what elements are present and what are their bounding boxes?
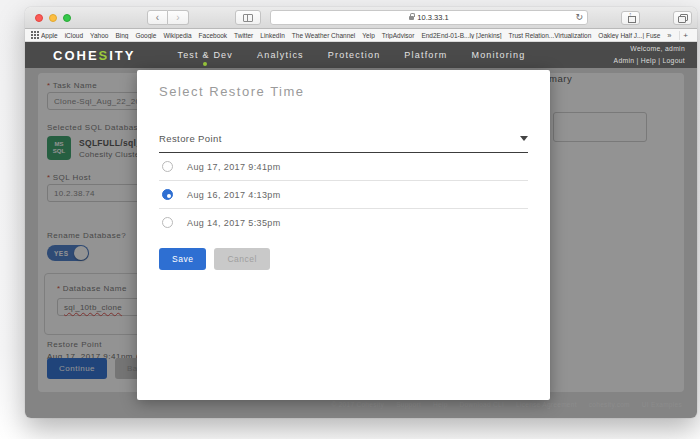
- share-button[interactable]: [621, 11, 640, 25]
- restore-option-label: Aug 17, 2017 9:41pm: [187, 162, 281, 172]
- nav-monitoring[interactable]: Monitoring: [459, 42, 537, 68]
- bookmarks-grid-icon[interactable]: [31, 31, 39, 39]
- modal-title: Select Restore Time: [159, 84, 528, 99]
- save-button[interactable]: Save: [159, 248, 206, 270]
- restore-option-row[interactable]: Aug 17, 2017 9:41pm: [159, 153, 528, 181]
- restore-option-label: Aug 14, 2017 5:35pm: [187, 218, 281, 228]
- restore-option-row-selected[interactable]: Aug 16, 2017 4:13pm: [159, 181, 528, 209]
- restore-option-label: Aug 16, 2017 4:13pm: [187, 190, 281, 200]
- active-nav-dot: [203, 62, 207, 66]
- logo-text: COHE: [53, 48, 99, 63]
- bookmark-item[interactable]: The Weather Channel: [292, 32, 355, 39]
- nav-label: Monitoring: [471, 50, 525, 60]
- welcome-text: Welcome, admin: [614, 43, 685, 55]
- nav-label: Test & Dev: [177, 50, 233, 60]
- bookmark-item[interactable]: Facebook: [199, 32, 228, 39]
- minimize-window-button[interactable]: [49, 14, 57, 22]
- bookmark-item[interactable]: End2End-01-B...ly [Jenkins]: [421, 32, 501, 39]
- user-box: Welcome, admin Admin | Help | Logout: [614, 43, 685, 66]
- new-tab-button[interactable]: +: [679, 31, 691, 40]
- zoom-window-button[interactable]: [63, 14, 71, 22]
- nav-label: Platform: [404, 50, 447, 60]
- restore-point-select-label: Restore Point: [159, 133, 222, 144]
- page-body: *Task Name Selected SQL Database MSSQL S…: [25, 68, 697, 418]
- restore-point-select[interactable]: Restore Point: [159, 133, 528, 153]
- radio-icon-selected[interactable]: [162, 189, 173, 200]
- logo-accent: S: [99, 48, 110, 63]
- bookmark-item[interactable]: Google: [135, 32, 156, 39]
- bookmarks-bar: Apple iCloud Yahoo Bing Google Wikipedia…: [25, 29, 697, 42]
- bookmark-item[interactable]: Wikipedia: [163, 32, 191, 39]
- bookmark-item[interactable]: Apple: [41, 32, 58, 39]
- cancel-button-modal[interactable]: Cancel: [214, 248, 269, 270]
- bookmark-item[interactable]: LinkedIn: [260, 32, 285, 39]
- bookmark-item[interactable]: Oakley Half J...| Fuse Lenses: [598, 32, 661, 39]
- bookmark-item[interactable]: Bing: [115, 32, 128, 39]
- restore-option-row[interactable]: Aug 14, 2017 5:35pm: [159, 209, 528, 236]
- bookmarks-overflow-chevron[interactable]: »: [667, 31, 671, 40]
- bookmark-item[interactable]: Yahoo: [90, 32, 108, 39]
- close-window-button[interactable]: [35, 14, 43, 22]
- app-header: COHESITY Test & Dev Analytics Protection…: [25, 42, 697, 68]
- select-restore-time-modal: Select Restore Time Restore Point Aug 17…: [137, 70, 550, 400]
- forward-button[interactable]: ›: [168, 10, 189, 25]
- address-bar[interactable]: 10.3.33.1 ↻: [270, 10, 588, 25]
- lock-icon: [409, 16, 414, 20]
- nav-platform[interactable]: Platform: [392, 42, 459, 68]
- bookmarks-overflow: » +: [667, 31, 691, 40]
- main-nav: Test & Dev Analytics Protection Platform…: [165, 42, 537, 68]
- bookmark-item[interactable]: TripAdvisor: [382, 32, 415, 39]
- radio-icon[interactable]: [162, 217, 173, 228]
- nav-label: Protection: [328, 50, 381, 60]
- chevron-down-icon: [520, 136, 528, 141]
- history-nav: ‹ ›: [147, 10, 189, 25]
- window-controls: [35, 14, 71, 22]
- browser-window: ‹ › 10.3.33.1 ↻ Apple iCloud Yahoo Bing …: [25, 7, 697, 418]
- cohesity-logo[interactable]: COHESITY: [53, 48, 135, 63]
- bookmark-item[interactable]: Trust Relation...Virtualization: [509, 32, 592, 39]
- radio-icon[interactable]: [162, 161, 173, 172]
- nav-test-and-dev[interactable]: Test & Dev: [165, 42, 245, 68]
- sidebar-button[interactable]: [235, 10, 261, 25]
- logo-text: ITY: [109, 48, 135, 63]
- modal-buttons: Save Cancel: [159, 248, 528, 270]
- sidebar-icon: [243, 14, 253, 22]
- bookmark-item[interactable]: Twitter: [234, 32, 253, 39]
- nav-label: Analytics: [257, 50, 304, 60]
- nav-analytics[interactable]: Analytics: [245, 42, 316, 68]
- tabs-icon: [678, 14, 688, 23]
- browser-titlebar: ‹ › 10.3.33.1 ↻: [25, 7, 697, 29]
- share-icon: [627, 14, 635, 23]
- nav-protection[interactable]: Protection: [316, 42, 393, 68]
- url-text: 10.3.33.1: [417, 13, 448, 22]
- show-tabs-button[interactable]: [673, 11, 692, 25]
- back-button[interactable]: ‹: [147, 10, 168, 25]
- reload-icon[interactable]: ↻: [575, 12, 583, 22]
- account-links[interactable]: Admin | Help | Logout: [614, 55, 685, 67]
- bookmarks-list: Apple iCloud Yahoo Bing Google Wikipedia…: [41, 32, 661, 39]
- bookmark-item[interactable]: iCloud: [65, 32, 83, 39]
- bookmark-item[interactable]: Yelp: [362, 32, 374, 39]
